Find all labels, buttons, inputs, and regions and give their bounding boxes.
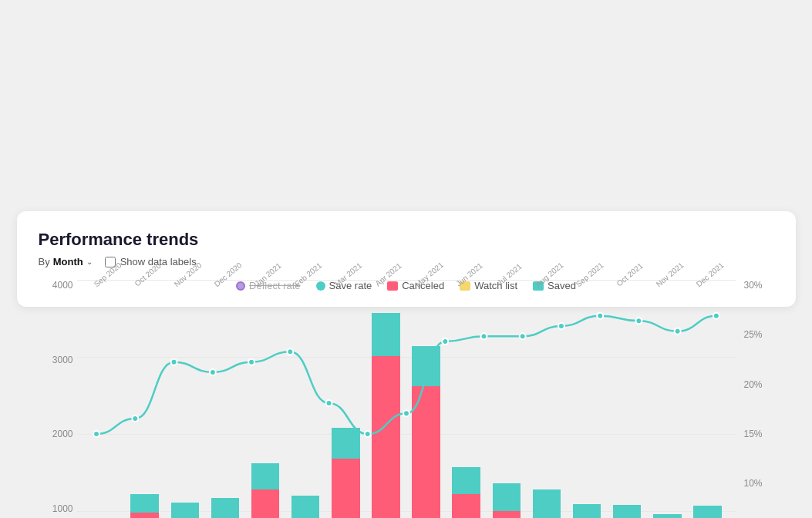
bar-col (406, 280, 446, 518)
bar-canceled (412, 386, 440, 518)
bar-saved (251, 463, 279, 489)
y-left-label: 1000 (39, 503, 73, 514)
bar-col (366, 280, 406, 518)
bar-canceled (130, 513, 158, 518)
bar-canceled (493, 511, 521, 518)
bar-col (446, 280, 487, 518)
bar-stack (573, 504, 601, 518)
bar-stack (452, 467, 480, 518)
bar-saved (573, 504, 601, 518)
bar-stack (493, 483, 521, 518)
bar-stack (412, 346, 440, 518)
card-title: Performance trends (39, 230, 774, 250)
bar-col (85, 280, 125, 518)
bar-saved (493, 483, 521, 511)
y-right-label: 15% (744, 429, 774, 439)
chart-plot (77, 280, 736, 518)
bar-saved (452, 467, 480, 494)
bar-stack (130, 494, 158, 518)
controls-bar: By Month ⌄ Show data labels (39, 256, 774, 267)
bar-stack (291, 496, 319, 518)
y-right-label: 20% (744, 379, 774, 390)
bar-canceled (452, 494, 480, 518)
bar-col (125, 280, 165, 518)
y-right-label: 30% (744, 280, 774, 291)
bar-saved (291, 496, 319, 518)
bar-col (607, 280, 647, 518)
performance-trends-card: Performance trends By Month ⌄ Show data … (17, 211, 796, 307)
bar-canceled (332, 459, 359, 518)
bar-col (687, 280, 727, 518)
bar-stack (211, 498, 239, 518)
bar-saved (332, 428, 359, 459)
y-left-label: 4000 (39, 280, 73, 291)
bar-stack (693, 506, 721, 518)
chevron-down-icon: ⌄ (86, 257, 93, 266)
month-label: Month (53, 256, 83, 267)
bar-saved (653, 514, 681, 518)
bar-col (285, 280, 325, 518)
bar-saved (412, 346, 440, 386)
bar-stack (653, 514, 681, 518)
bar-saved (130, 494, 158, 513)
bar-stack (533, 489, 561, 518)
bar-col (527, 280, 567, 518)
bar-saved (533, 489, 561, 518)
bar-canceled (372, 356, 399, 518)
bar-col (245, 280, 285, 518)
bar-stack (613, 505, 641, 518)
bar-saved (372, 313, 399, 356)
bar-saved (171, 503, 199, 518)
bar-col (205, 280, 245, 518)
bar-stack (171, 503, 199, 518)
bar-saved (613, 505, 641, 518)
bar-stack (372, 313, 399, 518)
y-right-label: 25% (744, 329, 774, 340)
bar-canceled (251, 489, 279, 518)
bar-col (325, 280, 366, 518)
by-label: By (39, 256, 50, 267)
bar-col (647, 280, 687, 518)
y-left-label: 3000 (39, 355, 73, 365)
bar-stack (332, 428, 359, 518)
y-axis-right: 0%5%10%15%20%25%30% (740, 280, 774, 518)
bar-col (487, 280, 527, 518)
bar-col (165, 280, 205, 518)
by-month-selector[interactable]: By Month ⌄ (39, 256, 93, 267)
x-axis-labels: Sep 2020Oct 2020Nov 2020Dec 2020Jan 2021… (77, 267, 736, 280)
bar-saved (211, 498, 239, 518)
bar-saved (693, 506, 721, 518)
bars-group (77, 280, 736, 518)
bar-col (567, 280, 607, 518)
y-right-label: 10% (744, 478, 774, 489)
y-axis-left: 01000200030004000 (39, 280, 73, 518)
y-left-label: 2000 (39, 429, 73, 439)
bar-stack (251, 463, 279, 518)
